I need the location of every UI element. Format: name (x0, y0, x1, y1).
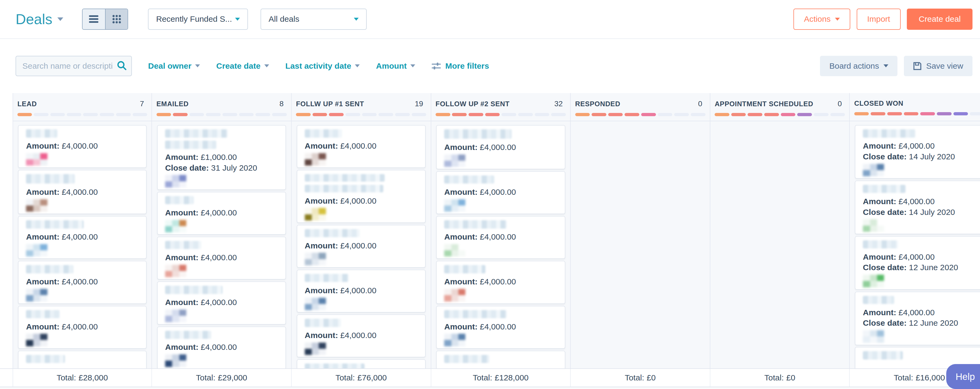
kanban-board: LEAD 7 Amount: £4,000.00 Amount: £4,000.… (13, 93, 980, 368)
redacted-deal-name (165, 331, 212, 339)
chevron-down-icon (195, 64, 200, 67)
deal-card[interactable]: Amount: £4,000.00 (436, 216, 565, 259)
deal-card[interactable]: Amount: £4,000.00 (297, 359, 426, 368)
column-total: Total: £0 (571, 369, 710, 386)
column-name: LEAD (18, 100, 37, 108)
deal-card[interactable]: Amount: £4,000.00 (297, 170, 426, 223)
deal-card[interactable]: Amount: £4,000.00 Close date: 12 June 20… (855, 236, 980, 290)
more-filters-button[interactable]: More filters (431, 61, 489, 70)
deal-card[interactable]: Amount: £4,000.00 Close date: 14 July 20… (855, 180, 980, 234)
deal-card[interactable]: Amount: £4,000.00 (157, 192, 286, 235)
stage-segment-filled (953, 112, 968, 115)
board-view-button[interactable] (105, 9, 127, 29)
column-header: APPOINTMENT SCHEDULED 0 (710, 93, 850, 121)
deal-close-date: Close date: 12 June 2020 (863, 262, 976, 273)
stage-segment-empty (814, 113, 829, 116)
redacted-deal-name (863, 351, 903, 359)
total-value: £76,000 (357, 373, 387, 382)
pipeline-column: RESPONDED 0 (571, 93, 710, 368)
stage-segment-empty (362, 113, 377, 116)
actions-button-label: Actions (804, 14, 830, 24)
column-cards (571, 121, 710, 368)
deal-card[interactable]: Amount: £4,000.00 (297, 125, 426, 168)
stage-progress-bar (156, 113, 287, 116)
list-view-button[interactable] (83, 9, 105, 29)
deal-card[interactable]: Amount: £4,000.00 (157, 281, 286, 324)
filter-amount[interactable]: Amount (376, 61, 415, 70)
redacted-company-logo (305, 253, 326, 265)
redacted-company-logo (26, 244, 47, 257)
deal-amount: Amount: £4,000.00 (863, 252, 976, 262)
column-header: EMAILED 8 (152, 93, 291, 121)
stage-progress-bar (854, 112, 980, 115)
actions-button[interactable]: Actions (794, 9, 850, 30)
pipeline-column: CLOSED WON Amount: £4,000.00 Close date:… (850, 93, 980, 368)
deal-card[interactable]: Amount: £4,000.00 (436, 306, 565, 349)
chevron-down-icon (264, 64, 269, 67)
redacted-deal-name (305, 174, 385, 182)
deal-card[interactable]: Amount: £4,000.00 (436, 261, 565, 304)
stage-segment-empty (50, 113, 65, 116)
column-count: 19 (415, 99, 423, 108)
column-cards: Amount: £4,000.00 Amount: £4,000.00 Amou… (13, 121, 152, 368)
deal-card[interactable]: Amount: £4,000.00 (157, 327, 286, 368)
stage-segment-empty (345, 113, 360, 116)
filter-deal-owner[interactable]: Deal owner (148, 61, 200, 70)
deal-card[interactable]: Amount: £4,000.00 (436, 125, 565, 169)
redacted-deal-name (444, 310, 507, 318)
topbar: Deals R (0, 0, 980, 39)
stage-segment-filled (173, 113, 188, 116)
chevron-down-icon (355, 64, 360, 67)
deal-amount: Amount: £4,000.00 (305, 330, 418, 341)
deal-card[interactable]: Amount: £4,000.00 (436, 171, 565, 214)
pipeline-column: FOLLW UP #1 SENT 19 Amount: £4,000.00 Am… (292, 93, 431, 368)
page-title-dropdown[interactable]: Deals (16, 11, 63, 27)
pipeline-column: FOLLOW UP #2 SENT 32 Amount: £4,000.00 A… (431, 93, 571, 368)
import-button[interactable]: Import (857, 9, 900, 30)
filter-last-activity-date[interactable]: Last activity date (285, 61, 360, 70)
deal-card[interactable]: Amount: £4,000.00 (18, 351, 146, 368)
deal-card[interactable]: Amount: £4,000.00 (18, 125, 146, 168)
deal-card[interactable]: Amount: £4,000.00 (18, 216, 146, 259)
board-actions-button[interactable]: Board actions (820, 56, 897, 77)
deal-card[interactable]: Amount: £1,000.00 Close date: 31 July 20… (157, 125, 286, 190)
redacted-company-logo (26, 153, 47, 166)
column-name: EMAILED (156, 100, 189, 108)
sliders-icon (431, 62, 441, 70)
help-beacon-button[interactable]: Help (946, 364, 980, 389)
stage-segment-filled (731, 113, 746, 116)
deal-card[interactable]: Amount: £4,000.00 (297, 225, 426, 268)
stage-segment-filled (781, 113, 795, 116)
redacted-deal-name (305, 363, 365, 368)
deal-filter-select[interactable]: All deals (261, 9, 367, 30)
deal-card[interactable]: Amount: £4,000.00 (157, 237, 286, 279)
save-view-button[interactable]: Save view (904, 56, 972, 77)
deal-card[interactable]: Amount: £4,000.00 (18, 261, 146, 304)
deal-amount: Amount: £4,000.00 (444, 231, 557, 242)
bottom-strip (0, 387, 980, 389)
deal-card[interactable]: Amount: £4,000.00 (18, 170, 146, 214)
stage-segment-filled (485, 113, 500, 116)
total-label: Total: (894, 373, 913, 382)
deal-card[interactable]: Amount: £4,000.00 (436, 351, 565, 368)
chevron-down-icon (835, 18, 840, 21)
pipeline-select[interactable]: Recently Funded S... (148, 9, 248, 30)
create-deal-button[interactable]: Create deal (907, 9, 972, 30)
create-deal-button-label: Create deal (919, 14, 961, 24)
redacted-company-logo (863, 219, 884, 232)
filter-create-date[interactable]: Create date (216, 61, 269, 70)
chevron-down-icon (410, 64, 415, 67)
chevron-down-icon (354, 18, 359, 21)
deal-card[interactable]: Amount: £4,000.00 (18, 306, 146, 349)
stage-segment-filled (854, 112, 869, 115)
deal-card[interactable]: Amount: £4,000.00 Close date: 12 June 20… (855, 292, 980, 345)
redacted-deal-name (863, 129, 915, 137)
column-cards: Amount: £1,000.00 Close date: 31 July 20… (152, 121, 291, 368)
deal-card[interactable]: Amount: £4,000.00 (297, 269, 426, 312)
deal-card[interactable]: Amount: £4,000.00 Close date: 14 July 20… (855, 125, 980, 179)
stage-progress-bar (296, 113, 426, 116)
stage-segment-empty (691, 113, 705, 116)
stage-segment-empty (255, 113, 270, 116)
search-input[interactable] (16, 56, 132, 77)
deal-card[interactable]: Amount: £4,000.00 (297, 314, 426, 357)
